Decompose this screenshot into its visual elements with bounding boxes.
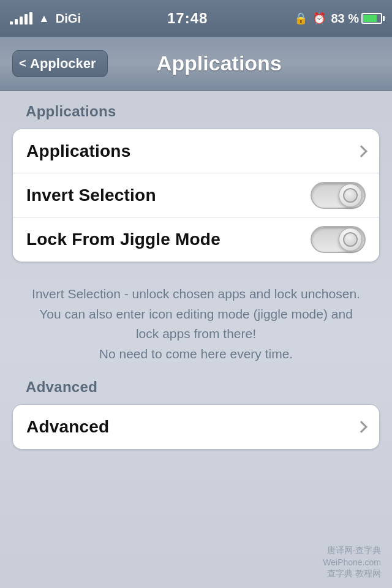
- applications-row-label: Applications: [26, 141, 130, 161]
- invert-selection-toggle[interactable]: [311, 182, 366, 209]
- lock-jiggle-toggle[interactable]: [311, 226, 366, 253]
- applications-row[interactable]: Applications: [13, 129, 379, 173]
- lock-icon: 🔒: [294, 12, 307, 25]
- carrier-name: DiGi: [56, 12, 81, 26]
- status-time: 17:48: [167, 10, 208, 27]
- advanced-row-label: Advanced: [26, 417, 109, 437]
- watermark-line-3: 查字典 教程网: [327, 568, 381, 579]
- back-button[interactable]: Applocker: [12, 50, 108, 77]
- lock-jiggle-label: Lock From Jiggle Mode: [26, 230, 221, 249]
- advanced-row-right: [357, 423, 366, 431]
- watermark-line-1: 唐译网·查字典: [327, 545, 381, 556]
- lock-jiggle-row[interactable]: Lock From Jiggle Mode: [13, 217, 379, 262]
- status-right: 🔒 ⏰ 83 %: [294, 12, 382, 26]
- watermark-line-2: WeiPhone.com: [323, 557, 381, 567]
- applications-section-header: Applications: [26, 103, 380, 120]
- invert-selection-knob-inner: [343, 188, 358, 203]
- main-content: Applications Applications Invert Selecti…: [0, 91, 392, 588]
- lock-jiggle-knob-inner: [343, 232, 358, 247]
- applications-description: Invert Selection - unlock chosen apps an…: [12, 272, 380, 379]
- wifi-icon: ▲: [39, 12, 50, 25]
- signal-bar-5: [29, 12, 32, 24]
- advanced-table-group: Advanced: [12, 404, 380, 450]
- watermark: 唐译网·查字典 WeiPhone.com 查字典 教程网: [323, 545, 381, 579]
- invert-selection-label: Invert Selection: [26, 186, 156, 205]
- navigation-bar: Applocker Applications: [0, 37, 392, 91]
- lock-jiggle-knob: [339, 228, 362, 251]
- signal-bar-2: [15, 19, 18, 24]
- advanced-row[interactable]: Advanced: [13, 405, 379, 449]
- battery-fill: [363, 15, 377, 22]
- status-bar: ▲ DiGi 17:48 🔒 ⏰ 83 %: [0, 0, 392, 37]
- invert-selection-knob: [339, 184, 362, 207]
- signal-bar-4: [24, 14, 28, 24]
- signal-bars-icon: [10, 12, 32, 24]
- signal-bar-1: [10, 21, 13, 24]
- battery-icon: [361, 13, 382, 24]
- battery-percent: 83 %: [331, 12, 359, 26]
- advanced-chevron-icon: [355, 421, 368, 433]
- applications-table-group: Applications Invert Selection Lock From …: [12, 129, 380, 262]
- clock-icon: ⏰: [312, 12, 326, 25]
- invert-selection-row[interactable]: Invert Selection: [13, 173, 379, 217]
- status-left: ▲ DiGi: [10, 12, 81, 26]
- applications-row-right: [357, 147, 366, 156]
- battery-container: 83 %: [331, 12, 382, 26]
- signal-bar-3: [20, 17, 23, 24]
- applications-chevron-icon: [355, 145, 368, 157]
- advanced-section-header: Advanced: [26, 379, 380, 396]
